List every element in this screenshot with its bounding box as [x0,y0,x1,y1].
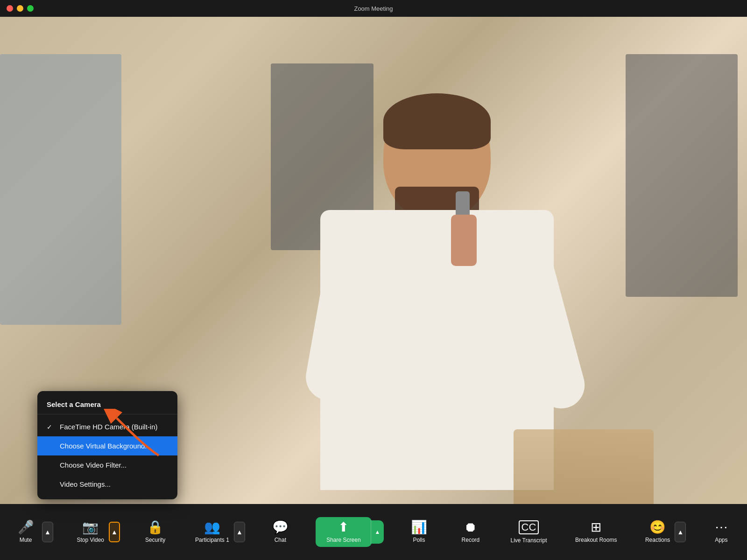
live-transcript-button[interactable]: CC Live Transcript [506,517,551,547]
cc-icon: CC [519,520,539,534]
share-screen-icon: ⬆ [338,521,349,534]
dropdown-item-virtual-bg[interactable]: Choose Virtual Background... [37,436,177,455]
live-transcript-label: Live Transcript [510,537,547,544]
window-title: Zoom Meeting [354,5,393,12]
dropdown-item-video-settings[interactable]: Video Settings... [37,475,177,494]
record-group: ⏺ Record [454,517,487,547]
traffic-lights [7,5,34,12]
reactions-group: 😊 Reactions ▲ [641,517,686,547]
security-group: 🔒 Security [139,517,172,547]
mute-label: Mute [20,537,32,543]
close-button[interactable] [7,5,13,12]
maximize-button[interactable] [27,5,34,12]
stop-video-button[interactable]: 📷 Stop Video [72,517,109,547]
share-screen-button[interactable]: ⬆ Share Screen [316,517,372,547]
polls-button[interactable]: 📊 Polls [402,517,435,547]
dropdown-item-label: Choose Video Filter... [60,461,127,469]
security-label: Security [145,537,165,543]
dropdown-title: Select a Camera [37,397,177,414]
bg-element-left [0,54,121,325]
checkmark-icon: ✓ [47,423,55,431]
dropdown-item-video-filter[interactable]: Choose Video Filter... [37,455,177,475]
breakout-icon: ⊞ [591,521,601,534]
participants-icon: 👥 [204,521,220,534]
reactions-chevron[interactable]: ▲ [675,522,686,542]
reactions-button[interactable]: 😊 Reactions [641,517,675,547]
camera-dropdown: Select a Camera ✓ FaceTime HD Camera (Bu… [37,391,177,499]
dropdown-item-label: Choose Virtual Background... [60,442,151,450]
apps-button[interactable]: ⋯ Apps [705,517,738,547]
breakout-label: Breakout Rooms [575,537,617,543]
record-button[interactable]: ⏺ Record [454,517,487,547]
reactions-label: Reactions [645,537,670,543]
chat-button[interactable]: 💬 Chat [264,517,296,547]
reactions-icon: 😊 [649,521,666,534]
person-hair [383,93,491,149]
title-bar: Zoom Meeting [0,0,747,17]
apps-label: Apps [715,537,727,543]
person-head [383,93,491,219]
mute-chevron[interactable]: ▲ [42,522,53,542]
stop-video-label: Stop Video [77,537,105,543]
share-screen-label: Share Screen [326,537,360,543]
security-button[interactable]: 🔒 Security [139,517,172,547]
live-transcript-group: CC Live Transcript [506,517,551,547]
camera-icon: 📷 [82,521,99,534]
chat-icon: 💬 [272,521,289,534]
security-icon: 🔒 [147,521,163,534]
record-icon: ⏺ [464,521,477,534]
dropdown-item-label: FaceTime HD Camera (Built-in) [60,423,157,431]
mute-button[interactable]: 🎤 Mute [9,517,42,547]
participants-button[interactable]: 👥 Participants 1 [190,517,234,547]
bg-element-right [626,54,738,297]
mute-group: 🎤 Mute ▲ [9,517,53,547]
mic-icon: 🎤 [18,521,34,534]
video-chevron[interactable]: ▲ [109,522,120,542]
participants-label: Participants 1 [195,537,229,543]
polls-icon: 📊 [411,521,427,534]
breakout-rooms-button[interactable]: ⊞ Breakout Rooms [571,517,621,547]
person-hand [451,215,477,266]
share-screen-chevron[interactable]: ▲ [371,520,384,544]
participants-group: 👥 Participants 1 ▲ [190,517,245,547]
apps-icon: ⋯ [715,521,728,534]
chat-group: 💬 Chat [264,517,296,547]
dropdown-item-facetime[interactable]: ✓ FaceTime HD Camera (Built-in) [37,417,177,436]
polls-group: 📊 Polls [402,517,435,547]
apps-group: ⋯ Apps [705,517,738,547]
video-group: 📷 Stop Video ▲ [72,517,120,547]
minimize-button[interactable] [17,5,23,12]
toolbar: 🎤 Mute ▲ 📷 Stop Video ▲ 🔒 Security 👥 Par… [0,504,747,560]
laptop-element [514,429,654,504]
polls-label: Polls [413,537,425,543]
breakout-rooms-group: ⊞ Breakout Rooms [571,517,621,547]
dropdown-item-label: Video Settings... [60,480,111,488]
share-screen-group: ⬆ Share Screen ▲ [316,517,384,547]
record-label: Record [462,537,480,543]
participants-chevron[interactable]: ▲ [234,522,245,542]
chat-label: Chat [275,537,286,543]
